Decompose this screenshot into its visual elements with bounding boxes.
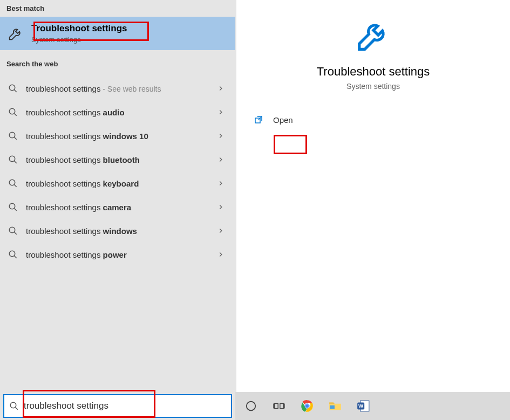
chevron-right-icon: [217, 85, 229, 92]
svg-text:W: W: [358, 403, 364, 409]
svg-rect-20: [275, 403, 278, 408]
web-result-item[interactable]: troubleshoot settings bluetooth: [0, 148, 235, 171]
svg-line-9: [14, 184, 17, 187]
chevron-right-icon: [217, 156, 229, 163]
taskbar: W: [0, 392, 510, 420]
wrench-icon: [355, 16, 392, 54]
web-result-text: troubleshoot settings bluetooth: [26, 155, 217, 164]
detail-subtitle: System settings: [346, 82, 400, 91]
svg-point-17: [10, 402, 16, 408]
search-icon: [6, 177, 19, 190]
search-web-label: Search the web: [0, 56, 235, 72]
svg-rect-28: [330, 405, 335, 409]
web-result-text: troubleshoot settings windows: [26, 226, 217, 236]
web-result-item[interactable]: troubleshoot settings keyboard: [0, 171, 235, 195]
svg-point-2: [9, 108, 15, 114]
web-result-item[interactable]: troubleshoot settings windows: [0, 219, 235, 243]
chevron-right-icon: [217, 132, 229, 140]
svg-line-18: [15, 407, 18, 410]
search-icon: [4, 401, 24, 411]
cortana-icon[interactable]: [240, 395, 262, 417]
svg-point-4: [9, 132, 15, 138]
chevron-right-icon: [217, 203, 229, 211]
web-results-list: troubleshoot settings - See web resultst…: [0, 72, 235, 266]
svg-point-19: [247, 402, 256, 411]
svg-point-10: [9, 203, 15, 209]
search-input[interactable]: [24, 401, 231, 411]
taskbar-search-box[interactable]: [3, 394, 232, 418]
wrench-icon: [6, 24, 25, 43]
svg-point-8: [9, 180, 15, 185]
svg-point-12: [9, 227, 15, 233]
svg-line-13: [14, 232, 17, 235]
detail-title: Troubleshoot settings: [317, 65, 430, 79]
svg-line-1: [14, 89, 17, 92]
chevron-right-icon: [217, 180, 229, 187]
web-result-item[interactable]: troubleshoot settings - See web results: [0, 77, 235, 100]
search-icon: [6, 224, 19, 237]
detail-panel: Troubleshoot settings System settings Op…: [236, 0, 510, 392]
svg-line-11: [14, 208, 17, 211]
web-result-text: troubleshoot settings - See web results: [26, 84, 217, 93]
open-icon: [254, 115, 264, 126]
chevron-right-icon: [217, 251, 229, 258]
web-result-item[interactable]: troubleshoot settings windows 10: [0, 124, 235, 148]
search-icon: [6, 106, 19, 119]
svg-point-14: [9, 251, 15, 257]
open-label: Open: [271, 112, 295, 128]
search-icon: [6, 248, 19, 261]
open-action[interactable]: Open: [236, 112, 295, 128]
best-match-title: Troubleshoot settings: [31, 23, 127, 34]
task-view-icon[interactable]: [268, 395, 290, 417]
svg-point-0: [9, 85, 15, 91]
web-result-item[interactable]: troubleshoot settings power: [0, 243, 235, 266]
chevron-right-icon: [217, 227, 229, 235]
svg-line-7: [14, 161, 17, 163]
svg-line-5: [14, 137, 17, 140]
best-match-label: Best match: [0, 0, 235, 17]
web-result-item[interactable]: troubleshoot settings camera: [0, 195, 235, 219]
search-icon: [6, 82, 19, 95]
best-match-result[interactable]: Troubleshoot settings System settings: [0, 17, 235, 50]
svg-line-15: [14, 256, 17, 258]
file-explorer-icon[interactable]: [324, 395, 346, 417]
word-icon[interactable]: W: [352, 395, 375, 417]
best-match-subtitle: System settings: [31, 36, 127, 44]
web-result-text: troubleshoot settings keyboard: [26, 179, 217, 188]
chrome-icon[interactable]: [296, 395, 318, 417]
web-result-text: troubleshoot settings audio: [26, 108, 217, 117]
svg-rect-21: [280, 403, 283, 408]
search-results-panel: Best match Troubleshoot settings System …: [0, 0, 235, 392]
svg-line-3: [14, 113, 17, 116]
chevron-right-icon: [217, 108, 229, 116]
web-result-text: troubleshoot settings windows 10: [26, 132, 217, 141]
svg-point-27: [305, 404, 309, 408]
web-result-item[interactable]: troubleshoot settings audio: [0, 100, 235, 124]
search-icon: [6, 153, 19, 166]
web-result-text: troubleshoot settings power: [26, 250, 217, 259]
search-icon: [6, 201, 19, 214]
svg-point-6: [9, 156, 15, 162]
web-result-text: troubleshoot settings camera: [26, 203, 217, 212]
search-icon: [6, 129, 19, 142]
